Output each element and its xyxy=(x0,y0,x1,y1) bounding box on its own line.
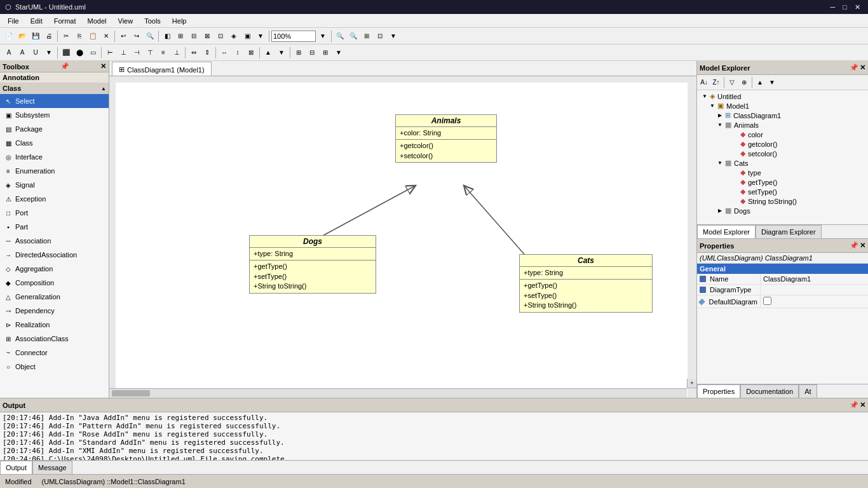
menu-item-help[interactable]: Help xyxy=(167,16,192,26)
fmt-btn-5[interactable]: ⬛ xyxy=(60,46,72,59)
align-left-btn[interactable]: ⊢ xyxy=(104,46,116,59)
me-tab-model[interactable]: Model Explorer xyxy=(697,225,756,239)
tree-toggle-animals[interactable]: ▼ xyxy=(716,121,724,129)
me-tab-diagram[interactable]: Diagram Explorer xyxy=(756,225,822,239)
toolbox-item-class[interactable]: ▦Class xyxy=(0,136,109,150)
toolbox-item-part[interactable]: ▪Part xyxy=(0,220,109,234)
uml-class-dogs[interactable]: Dogs +type: String +getType() +setType()… xyxy=(249,235,376,294)
toolbox-item-association[interactable]: ─Association xyxy=(0,234,109,248)
menu-item-view[interactable]: View xyxy=(113,16,139,26)
redo-button[interactable]: ↪ xyxy=(130,30,143,43)
prop-tab-properties[interactable]: Properties xyxy=(697,384,740,398)
fmt-btn-3[interactable]: U xyxy=(29,46,42,59)
uml-class-animals[interactable]: Animals +color: String +getcolor() +setc… xyxy=(395,114,497,163)
zoom-out-btn[interactable]: 🔍 xyxy=(334,30,346,43)
toolbox-class-category[interactable]: Class ▲ xyxy=(0,83,109,94)
zoom-dropdown-btn[interactable]: ▼ xyxy=(316,30,329,43)
tree-dogs[interactable]: ▶ ▦ Dogs xyxy=(698,206,867,215)
fit-btn[interactable]: ⊞ xyxy=(360,30,373,43)
toolbox-item-subsystem[interactable]: ▣Subsystem xyxy=(0,108,109,122)
tb-btn-1[interactable]: ◧ xyxy=(161,30,173,43)
toolbox-annotation-category[interactable]: Annotation xyxy=(0,72,109,83)
toolbox-item-realization[interactable]: ⊳Realization xyxy=(0,318,109,332)
tree-cats-settype[interactable]: ◆ setType() xyxy=(698,187,867,196)
same-w-btn[interactable]: ↔ xyxy=(218,46,231,59)
fmt-btn-x1[interactable]: ⊞ xyxy=(292,46,305,59)
toolbox-item-port[interactable]: □Port xyxy=(0,206,109,220)
open-button[interactable]: 📂 xyxy=(16,30,29,43)
me-up-btn[interactable]: ▲ xyxy=(754,77,766,88)
toolbox-close[interactable]: ✕ xyxy=(100,62,106,71)
fmt-btn-x4[interactable]: ▼ xyxy=(332,46,345,59)
me-new-btn[interactable]: ⊕ xyxy=(738,77,750,88)
prop-value-defaultdiagram[interactable] xyxy=(761,295,868,308)
tree-untitled[interactable]: ▼ ◈ Untitled xyxy=(698,92,867,101)
toolbox-item-enumeration[interactable]: ≡Enumeration xyxy=(0,164,109,178)
toolbox-item-associationclass[interactable]: ⊞AssociationClass xyxy=(0,332,109,346)
dist-v-btn[interactable]: ⇕ xyxy=(201,46,214,59)
menu-item-file[interactable]: File xyxy=(3,16,24,26)
tree-toggle-model1[interactable]: ▼ xyxy=(709,102,716,110)
me-pin-btn[interactable]: 📌 xyxy=(850,64,858,72)
prop-tab-at[interactable]: At xyxy=(799,384,817,398)
toolbox-item-generalization[interactable]: △Generalization xyxy=(0,290,109,304)
me-close-btn[interactable]: ✕ xyxy=(860,64,865,72)
zoom-in-btn[interactable]: 🔍 xyxy=(347,30,360,43)
fmt-btn-2[interactable]: A xyxy=(16,46,29,59)
fmt-btn-x3[interactable]: ⊞ xyxy=(319,46,332,59)
tree-cats-tostring[interactable]: ◆ String toString() xyxy=(698,196,867,206)
me-sort-az-btn[interactable]: A↓ xyxy=(698,77,710,88)
align-right-btn[interactable]: ⊣ xyxy=(130,46,143,59)
tb-btn-9[interactable]: ▼ xyxy=(387,30,400,43)
tree-model1[interactable]: ▼ ▣ Model1 xyxy=(698,101,867,111)
align-bottom-btn[interactable]: ⊥ xyxy=(170,46,183,59)
properties-general-section[interactable]: General xyxy=(697,264,868,274)
fmt-btn-1[interactable]: A xyxy=(3,46,15,59)
tree-cats-type[interactable]: ◆ type xyxy=(698,168,867,177)
bring-front-btn[interactable]: ▲ xyxy=(262,46,275,59)
print-button[interactable]: 🖨 xyxy=(43,30,55,43)
prop-tab-documentation[interactable]: Documentation xyxy=(740,384,799,398)
toolbox-item-signal[interactable]: ◈Signal xyxy=(0,178,109,192)
h-scrollbar[interactable] xyxy=(109,388,687,398)
tree-toggle-cats[interactable]: ▼ xyxy=(716,159,724,167)
me-filter-btn[interactable]: ▽ xyxy=(726,77,738,88)
tb-btn-2[interactable]: ⊞ xyxy=(174,30,187,43)
tree-animals[interactable]: ▼ ▦ Animals xyxy=(698,120,867,130)
toolbox-item-exception[interactable]: ⚠Exception xyxy=(0,192,109,206)
tree-cats[interactable]: ▼ ▦ Cats xyxy=(698,158,867,168)
zoom-input[interactable] xyxy=(271,30,316,42)
toolbox-item-object[interactable]: ○Object xyxy=(0,360,109,374)
me-sort-za-btn[interactable]: Z↑ xyxy=(710,77,722,88)
output-pin-btn[interactable]: 📌 xyxy=(850,401,858,409)
cut-button[interactable]: ✂ xyxy=(60,30,72,43)
out-tab-output[interactable]: Output xyxy=(0,461,32,475)
out-tab-message[interactable]: Message xyxy=(32,461,72,475)
toolbox-item-composition[interactable]: ◆Composition xyxy=(0,276,109,290)
prop-pin-btn[interactable]: 📌 xyxy=(850,241,858,250)
fmt-btn-4[interactable]: ▼ xyxy=(43,46,55,59)
tree-cats-gettype[interactable]: ◆ getType() xyxy=(698,177,867,187)
toolbox-item-dependency[interactable]: ⤍Dependency xyxy=(0,304,109,318)
tb-btn-7[interactable]: ▣ xyxy=(241,30,254,43)
output-close-btn[interactable]: ✕ xyxy=(860,401,865,409)
fmt-btn-x2[interactable]: ⊟ xyxy=(306,46,318,59)
align-middle-btn[interactable]: ≡ xyxy=(157,46,170,59)
tree-animals-color[interactable]: ◆ color xyxy=(698,130,867,139)
tree-classdiagram1[interactable]: ▶ ⊞ ClassDiagram1 xyxy=(698,111,867,120)
tab-classdiagram-model[interactable]: ⊞ ClassDiagram1 (Model1) xyxy=(112,62,212,76)
diagram-canvas[interactable]: Animals +color: String +getcolor() +setc… xyxy=(109,76,696,398)
me-down-btn[interactable]: ▼ xyxy=(766,77,778,88)
delete-button[interactable]: ✕ xyxy=(100,30,112,43)
toolbox-item-interface[interactable]: ◎Interface xyxy=(0,150,109,164)
tb-btn-6[interactable]: ◈ xyxy=(227,30,240,43)
tree-toggle-cd1[interactable]: ▶ xyxy=(716,112,724,119)
undo-button[interactable]: ↩ xyxy=(117,30,130,43)
tree-animals-getcolor[interactable]: ◆ getcolor() xyxy=(698,139,867,149)
toolbox-item-connector[interactable]: ~Connector xyxy=(0,346,109,360)
toolbox-item-package[interactable]: ▤Package xyxy=(0,122,109,136)
menu-item-format[interactable]: Format xyxy=(49,16,81,26)
menu-item-tools[interactable]: Tools xyxy=(139,16,166,26)
fmt-btn-6[interactable]: ⬤ xyxy=(73,46,86,59)
same-h-btn[interactable]: ↕ xyxy=(231,46,244,59)
